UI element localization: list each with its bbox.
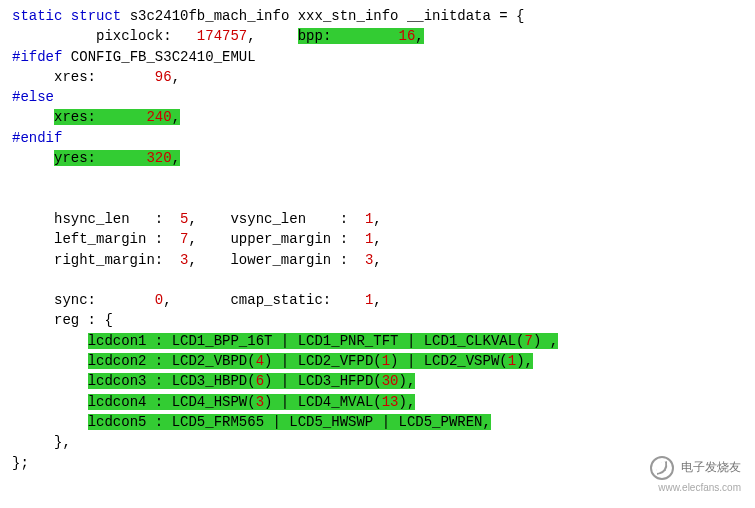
preprocessor-ifdef: #ifdef bbox=[12, 49, 62, 65]
text: , bbox=[247, 28, 297, 44]
number: 96 bbox=[155, 69, 172, 85]
code-line: left_margin : 7, upper_margin : 1, bbox=[12, 229, 743, 249]
text bbox=[12, 414, 88, 430]
preprocessor-endif: #endif bbox=[12, 130, 62, 146]
number: 16 bbox=[399, 28, 416, 44]
number: 6 bbox=[256, 373, 264, 389]
code-line: lcdcon1 : LCD1_BPP_16T | LCD1_PNR_TFT | … bbox=[12, 331, 743, 351]
watermark: 电子发烧友 www.elecfans.com bbox=[650, 456, 741, 496]
hl-lcdcon5: lcdcon5 : LCD5_FRM565 | LCD5_HWSWP | LCD… bbox=[88, 414, 491, 430]
text: , bbox=[172, 69, 180, 85]
keyword-struct: struct bbox=[71, 8, 121, 24]
text: right_margin: bbox=[12, 252, 180, 268]
text: ) , bbox=[533, 333, 558, 349]
hl-xres: xres: bbox=[54, 109, 146, 125]
text: , vsync_len : bbox=[188, 211, 364, 227]
text: , cmap_static: bbox=[163, 292, 365, 308]
code-line: xres: 96, bbox=[12, 67, 743, 87]
code-line: lcdcon4 : LCD4_HSPW(3) | LCD4_MVAL(13), bbox=[12, 392, 743, 412]
text: , upper_margin : bbox=[188, 231, 364, 247]
hl-lcdcon2: lcdcon2 : LCD2_VBPD( bbox=[88, 353, 256, 369]
text: ), bbox=[516, 353, 533, 369]
text: CONFIG_FB_S3C2410_EMUL bbox=[62, 49, 255, 65]
watermark-url: www.elecfans.com bbox=[658, 482, 741, 493]
number: 174757 bbox=[197, 28, 247, 44]
text: , bbox=[373, 231, 381, 247]
text: , bbox=[373, 292, 381, 308]
text: , bbox=[373, 211, 381, 227]
text: pixclock: bbox=[12, 28, 197, 44]
code-line: lcdcon3 : LCD3_HBPD(6) | LCD3_HFPD(30), bbox=[12, 371, 743, 391]
text: ) | LCD4_MVAL( bbox=[264, 394, 382, 410]
number: 13 bbox=[382, 394, 399, 410]
text: hsync_len : bbox=[12, 211, 180, 227]
code-line: pixclock: 174757, bpp: 16, bbox=[12, 26, 743, 46]
text bbox=[12, 373, 88, 389]
text: , bbox=[415, 28, 423, 44]
text bbox=[12, 150, 54, 166]
text: , bbox=[373, 252, 381, 268]
code-line: sync: 0, cmap_static: 1, bbox=[12, 290, 743, 310]
code-line: #endif bbox=[12, 128, 743, 148]
code-line: static struct s3c2410fb_mach_info xxx_st… bbox=[12, 6, 743, 26]
text bbox=[12, 333, 88, 349]
text: ) | LCD3_HFPD( bbox=[264, 373, 382, 389]
hl-lcdcon4: lcdcon4 : LCD4_HSPW( bbox=[88, 394, 256, 410]
number: 4 bbox=[256, 353, 264, 369]
keyword-static: static bbox=[12, 8, 62, 24]
code-line: hsync_len : 5, vsync_len : 1, bbox=[12, 209, 743, 229]
text: ) | LCD2_VFPD( bbox=[264, 353, 382, 369]
code-line: }; bbox=[12, 453, 743, 473]
text: , bbox=[172, 150, 180, 166]
text bbox=[12, 394, 88, 410]
code-line: #else bbox=[12, 87, 743, 107]
code-line: yres: 320, bbox=[12, 148, 743, 168]
hl-lcdcon3: lcdcon3 : LCD3_HBPD( bbox=[88, 373, 256, 389]
number: 1 bbox=[508, 353, 516, 369]
code-block: static struct s3c2410fb_mach_info xxx_st… bbox=[12, 6, 743, 473]
watermark-text-cn: 电子发烧友 bbox=[681, 460, 741, 474]
text: , lower_margin : bbox=[188, 252, 364, 268]
elecfans-logo-icon bbox=[650, 456, 674, 480]
number: 3 bbox=[256, 394, 264, 410]
hl-bpp: bpp: bbox=[298, 28, 399, 44]
number: 7 bbox=[525, 333, 533, 349]
number: 0 bbox=[155, 292, 163, 308]
text: , bbox=[172, 109, 180, 125]
decl-rest: s3c2410fb_mach_info xxx_stn_info __initd… bbox=[121, 8, 524, 24]
text bbox=[12, 109, 54, 125]
code-line: xres: 240, bbox=[12, 107, 743, 127]
preprocessor-else: #else bbox=[12, 89, 54, 105]
hl-yres: yres: bbox=[54, 150, 146, 166]
code-line bbox=[12, 168, 743, 188]
code-line bbox=[12, 270, 743, 290]
code-line: lcdcon2 : LCD2_VBPD(4) | LCD2_VFPD(1) | … bbox=[12, 351, 743, 371]
code-line: reg : { bbox=[12, 310, 743, 330]
text: xres: bbox=[12, 69, 155, 85]
hl-lcdcon1: lcdcon1 : LCD1_BPP_16T | LCD1_PNR_TFT | … bbox=[88, 333, 525, 349]
code-line: lcdcon5 : LCD5_FRM565 | LCD5_HWSWP | LCD… bbox=[12, 412, 743, 432]
text: ) | LCD2_VSPW( bbox=[390, 353, 508, 369]
number: 240 bbox=[146, 109, 171, 125]
code-line: }, bbox=[12, 432, 743, 452]
text: ), bbox=[399, 373, 416, 389]
text: ), bbox=[399, 394, 416, 410]
code-line: right_margin: 3, lower_margin : 3, bbox=[12, 250, 743, 270]
text: left_margin : bbox=[12, 231, 180, 247]
text bbox=[12, 353, 88, 369]
code-line: #ifdef CONFIG_FB_S3C2410_EMUL bbox=[12, 47, 743, 67]
number: 320 bbox=[146, 150, 171, 166]
number: 1 bbox=[382, 353, 390, 369]
code-line bbox=[12, 189, 743, 209]
number: 30 bbox=[382, 373, 399, 389]
text: sync: bbox=[12, 292, 155, 308]
